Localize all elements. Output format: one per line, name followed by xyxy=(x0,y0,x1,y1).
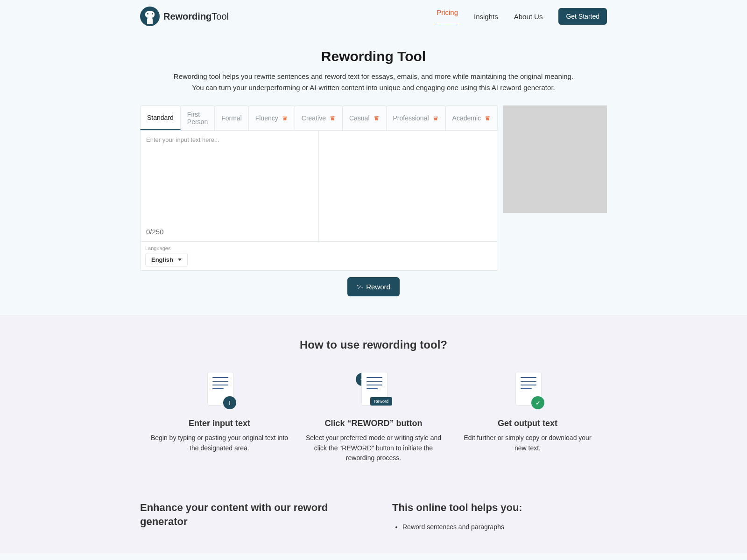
input-textarea[interactable] xyxy=(146,136,313,220)
tab-formal[interactable]: Formal xyxy=(214,105,249,130)
step-3-icon: ✓ xyxy=(509,372,546,409)
editor: 0/250 xyxy=(140,131,497,242)
tab-creative[interactable]: Creative♛ xyxy=(295,105,343,130)
enhance-title: Enhance your content with our reword gen… xyxy=(140,501,355,528)
how-to-section: How to use rewording tool? I Enter input… xyxy=(0,315,747,487)
step-2-desc: Select your preferred mode or writing st… xyxy=(303,433,444,463)
tab-standard[interactable]: Standard xyxy=(140,105,181,130)
header: RewordingTool Pricing Insights About Us … xyxy=(140,0,607,33)
nav-insights[interactable]: Insights xyxy=(474,13,498,21)
tab-casual[interactable]: Casual♛ xyxy=(342,105,387,130)
mode-tabs: Standard First Person Formal Fluency♛ Cr… xyxy=(140,105,497,131)
step-2: ✦ Reword Click “REWORD” button Select yo… xyxy=(303,372,444,463)
get-started-button[interactable]: Get Started xyxy=(558,8,607,25)
text-cursor-icon: I xyxy=(223,396,236,409)
step-1-title: Enter input text xyxy=(149,419,289,428)
hero: Rewording Tool Rewording tool helps you … xyxy=(140,49,607,93)
step-2-icon: ✦ Reword xyxy=(355,372,392,409)
logo-text: RewordingTool xyxy=(163,11,229,22)
crown-icon: ♛ xyxy=(282,114,288,122)
step-2-title: Click “REWORD” button xyxy=(303,419,444,428)
benefits-section: Enhance your content with our reword gen… xyxy=(0,487,747,553)
crown-icon: ♛ xyxy=(374,114,380,122)
benefits-list: Reword sentences and paragraphs xyxy=(392,521,607,533)
wand-icon xyxy=(357,284,363,290)
step-1-desc: Begin by typing or pasting your original… xyxy=(149,433,289,453)
input-pane: 0/250 xyxy=(141,131,319,241)
step-3: ✓ Get output text Edit further or simply… xyxy=(458,372,598,463)
tab-fluency[interactable]: Fluency♛ xyxy=(248,105,295,130)
step-3-title: Get output text xyxy=(458,419,598,428)
how-to-title: How to use rewording tool? xyxy=(0,338,747,351)
page-title: Rewording Tool xyxy=(140,49,607,64)
language-select[interactable]: English xyxy=(145,253,188,266)
output-pane xyxy=(319,131,497,241)
crown-icon: ♛ xyxy=(485,114,491,122)
logo[interactable]: RewordingTool xyxy=(140,7,229,26)
step-3-desc: Edit further or simply copy or download … xyxy=(458,433,598,453)
toolbar: Languages English xyxy=(140,242,497,271)
language-label: Languages xyxy=(145,245,492,251)
tab-academic[interactable]: Academic♛ xyxy=(445,105,498,130)
page-subtitle: Rewording tool helps you rewrite sentenc… xyxy=(173,71,574,93)
logo-icon xyxy=(140,7,160,26)
step-1: I Enter input text Begin by typing or pa… xyxy=(149,372,289,463)
crown-icon: ♛ xyxy=(330,114,336,122)
nav-pricing[interactable]: Pricing xyxy=(437,8,458,24)
helps-title: This online tool helps you: xyxy=(392,501,607,515)
step-1-icon: I xyxy=(201,372,238,409)
nav: Pricing Insights About Us Get Started xyxy=(437,8,607,25)
check-icon: ✓ xyxy=(531,396,544,409)
tab-first-person[interactable]: First Person xyxy=(180,105,215,130)
list-item: Reword sentences and paragraphs xyxy=(402,521,607,533)
char-counter: 0/250 xyxy=(146,228,164,236)
reword-button[interactable]: Reword xyxy=(347,277,400,296)
chevron-down-icon xyxy=(178,259,182,261)
nav-about[interactable]: About Us xyxy=(514,13,543,21)
crown-icon: ♛ xyxy=(433,114,439,122)
sidebar-ad xyxy=(503,105,607,213)
mini-reword-badge: Reword xyxy=(370,397,392,406)
tool-area: Standard First Person Formal Fluency♛ Cr… xyxy=(140,105,607,271)
tab-professional[interactable]: Professional♛ xyxy=(386,105,446,130)
